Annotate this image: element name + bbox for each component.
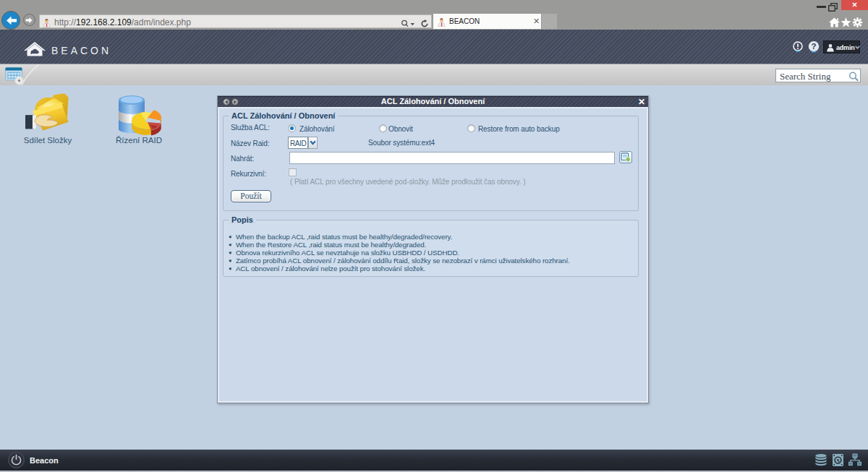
svg-text:?: ? [811,42,816,51]
